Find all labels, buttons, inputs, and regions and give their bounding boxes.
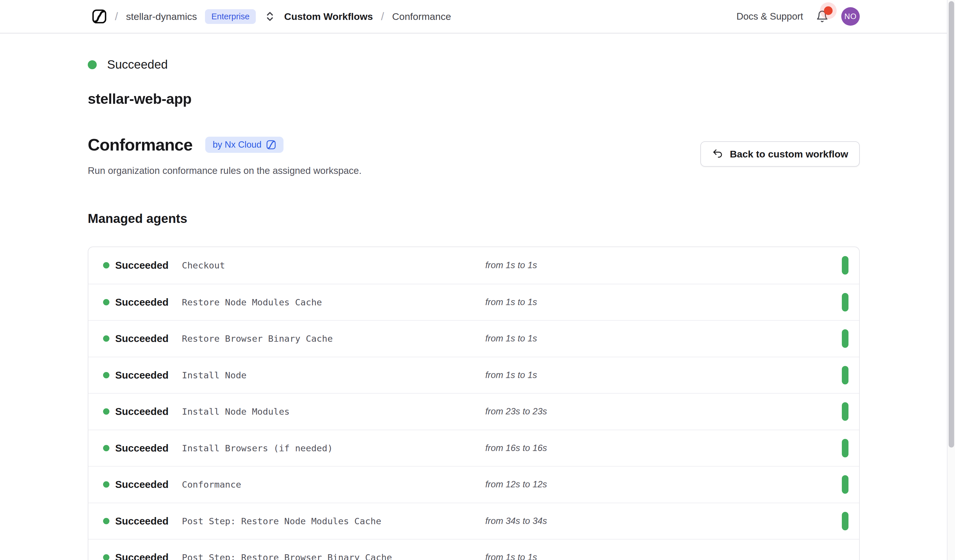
row-duration: from 1s to 1s: [485, 552, 859, 560]
scrollbar: [947, 0, 955, 560]
undo-arrow-icon: [712, 148, 723, 159]
row-progress-bar: [842, 512, 849, 530]
success-dot-icon: [103, 554, 110, 560]
row-duration: from 12s to 12s: [485, 479, 859, 490]
success-dot-icon: [103, 335, 110, 342]
success-dot-icon: [103, 299, 110, 306]
row-duration: from 34s to 34s: [485, 516, 859, 526]
agent-row[interactable]: Succeeded Install Node Modules from 23s …: [88, 393, 859, 430]
row-task-name: Install Node Modules: [182, 406, 485, 416]
row-task-name: Post Step: Restore Node Modules Cache: [182, 516, 485, 526]
back-to-custom-workflow-button[interactable]: Back to custom workflow: [700, 141, 860, 167]
row-status-label: Succeeded: [115, 370, 182, 381]
row-task-name: Install Node: [182, 370, 485, 381]
docs-support-link[interactable]: Docs & Support: [736, 11, 803, 22]
bell-icon[interactable]: [816, 10, 828, 23]
row-status-label: Succeeded: [115, 406, 182, 417]
header-actions: Docs & Support NO: [736, 7, 860, 26]
success-dot-icon: [103, 518, 110, 524]
row-task-name: Install Browsers (if needed): [182, 443, 485, 453]
workflow-title: Conformance: [88, 135, 193, 154]
agent-row[interactable]: Succeeded Post Step: Restore Node Module…: [88, 502, 859, 539]
breadcrumb-page: Conformance: [392, 11, 451, 22]
row-status-label: Succeeded: [115, 552, 182, 560]
by-nx-cloud-badge[interactable]: by Nx Cloud: [205, 137, 283, 153]
breadcrumb-custom-workflows[interactable]: Custom Workflows: [284, 11, 373, 22]
avatar[interactable]: NO: [841, 7, 860, 26]
row-progress-bar: [842, 402, 849, 421]
row-duration: from 16s to 16s: [485, 443, 859, 453]
row-progress-bar: [842, 439, 849, 457]
main-content: Succeeded stellar-web-app Conformance by…: [0, 58, 860, 560]
agent-row[interactable]: Succeeded Restore Node Modules Cache fro…: [88, 284, 859, 320]
run-status-label: Succeeded: [107, 58, 168, 72]
agent-row[interactable]: Succeeded Checkout from 1s to 1s: [88, 247, 859, 284]
breadcrumb-separator: /: [115, 10, 118, 23]
workflow-header: Conformance by Nx Cloud Back to custom w…: [88, 135, 860, 154]
notification-badge: [824, 6, 833, 15]
scrollbar-thumb[interactable]: [949, 1, 954, 448]
row-status-label: Succeeded: [115, 296, 182, 308]
row-status-label: Succeeded: [115, 259, 182, 271]
row-task-name: Checkout: [182, 260, 485, 270]
row-status-label: Succeeded: [115, 333, 182, 344]
success-dot-icon: [103, 481, 110, 488]
success-dot-icon: [103, 445, 110, 451]
row-task-name: Conformance: [182, 479, 485, 490]
row-duration: from 1s to 1s: [485, 297, 859, 307]
row-status-label: Succeeded: [115, 515, 182, 527]
row-progress-bar: [842, 293, 849, 312]
managed-agents-heading: Managed agents: [88, 211, 860, 226]
agent-row[interactable]: Succeeded Post Step: Restore Browser Bin…: [88, 539, 859, 560]
row-progress-bar: [842, 329, 849, 348]
row-status-label: Succeeded: [115, 442, 182, 454]
workflow-description: Run organization conformance rules on th…: [88, 165, 860, 176]
row-task-name: Post Step: Restore Browser Binary Cache: [182, 552, 485, 560]
top-nav: / stellar-dynamics Enterprise Custom Wor…: [0, 0, 955, 33]
breadcrumb-workspace[interactable]: stellar-dynamics: [126, 11, 197, 22]
row-duration: from 1s to 1s: [485, 260, 859, 270]
agent-row[interactable]: Succeeded Install Browsers (if needed) f…: [88, 430, 859, 466]
agent-row[interactable]: Succeeded Restore Browser Binary Cache f…: [88, 320, 859, 357]
managed-agents-list: Succeeded Checkout from 1s to 1s Succeed…: [88, 246, 860, 560]
page: / stellar-dynamics Enterprise Custom Wor…: [0, 0, 955, 560]
breadcrumb: / stellar-dynamics Enterprise Custom Wor…: [92, 9, 451, 24]
agent-row[interactable]: Succeeded Conformance from 12s to 12s: [88, 466, 859, 502]
run-status: Succeeded: [88, 58, 860, 72]
row-progress-bar: [842, 256, 849, 275]
row-progress-bar: [842, 475, 849, 494]
nx-cloud-logo-icon[interactable]: [92, 9, 107, 24]
row-duration: from 1s to 1s: [485, 370, 859, 381]
back-button-label: Back to custom workflow: [730, 148, 848, 160]
row-status-label: Succeeded: [115, 479, 182, 490]
breadcrumb-separator: /: [381, 10, 384, 23]
success-dot-icon: [88, 60, 97, 69]
workspace-title: stellar-web-app: [88, 90, 860, 107]
row-task-name: Restore Browser Binary Cache: [182, 333, 485, 344]
success-dot-icon: [103, 262, 110, 268]
chevron-up-down-icon[interactable]: [264, 9, 276, 23]
success-dot-icon: [103, 408, 110, 415]
row-duration: from 23s to 23s: [485, 406, 859, 416]
row-progress-bar: [842, 366, 849, 384]
by-nx-cloud-label: by Nx Cloud: [213, 140, 261, 150]
success-dot-icon: [103, 372, 110, 378]
nx-cloud-mini-logo-icon: [266, 140, 276, 150]
row-duration: from 1s to 1s: [485, 333, 859, 344]
plan-badge[interactable]: Enterprise: [205, 9, 256, 24]
row-task-name: Restore Node Modules Cache: [182, 297, 485, 307]
agent-row[interactable]: Succeeded Install Node from 1s to 1s: [88, 357, 859, 393]
